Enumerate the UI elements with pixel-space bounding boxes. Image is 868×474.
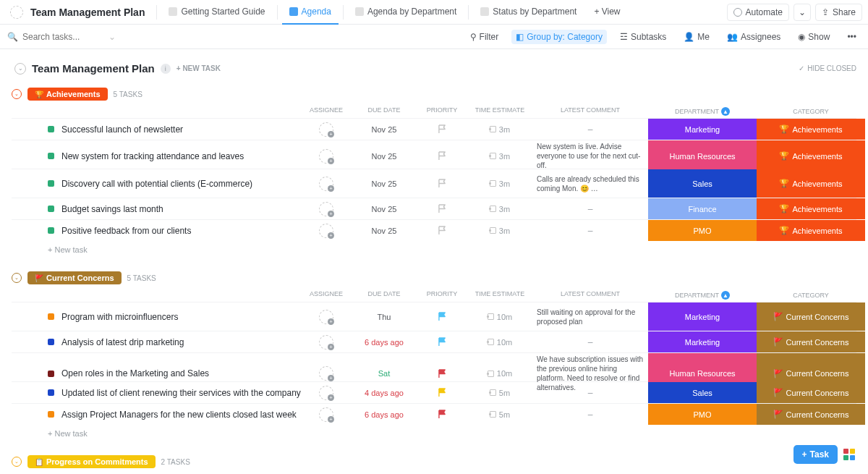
assignee-placeholder[interactable] (319, 202, 333, 216)
time-estimate[interactable]: 3m (467, 227, 532, 235)
col-due[interactable]: DUE DATE (352, 106, 417, 117)
department-tag[interactable]: Human Resources (648, 140, 757, 172)
status-square[interactable] (48, 339, 54, 345)
col-department[interactable]: DEPARTMENT ▲ (648, 290, 757, 300)
info-icon[interactable]: i (161, 64, 171, 74)
category-tag[interactable]: 🏆Achievements (757, 169, 865, 198)
new-task-header-button[interactable]: + NEW TASK (176, 64, 221, 72)
col-priority[interactable]: PRIORITY (417, 290, 467, 300)
task-row[interactable]: Program with microinfluencersThu10mStill… (12, 302, 856, 331)
col-category[interactable]: CATEGORY (757, 106, 865, 117)
department-tag[interactable]: PMO (648, 220, 757, 241)
collapse-all-icon[interactable]: ⌄ (14, 63, 26, 75)
assignees-button[interactable]: 👥Assignees (723, 30, 785, 44)
col-assignee[interactable]: ASSIGNEE (301, 106, 352, 117)
new-task-fab[interactable]: +Task (793, 445, 838, 464)
priority-flag[interactable] (417, 312, 467, 321)
groupby-button[interactable]: ◧Group by: Category (511, 30, 607, 44)
automate-dropdown[interactable]: ⌄ (793, 4, 811, 21)
due-date[interactable]: 6 days ago (352, 338, 417, 347)
department-tag[interactable]: Marketing (648, 119, 757, 140)
col-estimate[interactable]: TIME ESTIMATE (467, 290, 532, 300)
new-task-row[interactable]: + New task (12, 241, 856, 258)
group-toggle-icon[interactable]: ⌄ (12, 457, 22, 467)
due-date[interactable]: 4 days ago (352, 389, 417, 397)
assignee-placeholder[interactable] (319, 407, 333, 422)
department-tag[interactable]: Marketing (648, 331, 757, 352)
task-row[interactable]: Positive feedback from our clientsNov 25… (12, 219, 856, 241)
status-square[interactable] (48, 126, 54, 132)
search-input[interactable] (22, 32, 95, 42)
subtasks-button[interactable]: ☲Subtasks (616, 30, 671, 44)
due-date[interactable]: Nov 25 (352, 227, 417, 235)
due-date[interactable]: Nov 25 (352, 205, 417, 213)
due-date[interactable]: Thu (352, 313, 417, 321)
tab-agenda[interactable]: Agenda (282, 0, 339, 25)
me-button[interactable]: 👤Me (679, 30, 714, 44)
priority-flag[interactable] (417, 179, 467, 188)
col-estimate[interactable]: TIME ESTIMATE (467, 106, 532, 117)
col-comment[interactable]: LATEST COMMENT (532, 290, 648, 300)
department-tag[interactable]: Finance (648, 198, 757, 219)
status-square[interactable] (48, 371, 54, 377)
col-assignee[interactable]: ASSIGNEE (301, 290, 352, 300)
category-tag[interactable]: 🏆Achievements (757, 119, 865, 140)
assignee-placeholder[interactable] (319, 310, 333, 324)
share-button[interactable]: ⇪Share (815, 4, 862, 21)
department-tag[interactable]: Sales (648, 169, 757, 198)
assignee-placeholder[interactable] (319, 366, 333, 381)
due-date[interactable]: Sat (352, 369, 417, 378)
time-estimate[interactable]: 3m (467, 152, 532, 161)
tab-agenda-by-department[interactable]: Agenda by Department (348, 0, 464, 25)
tab-getting-started-guide[interactable]: Getting Started Guide (161, 0, 272, 25)
time-estimate[interactable]: 3m (467, 205, 532, 213)
category-tag[interactable]: 🚩Current Concerns (757, 302, 865, 331)
search-dropdown-icon[interactable]: ⌄ (109, 32, 116, 42)
due-date[interactable]: 6 days ago (352, 410, 417, 419)
automate-button[interactable]: Automate (727, 4, 789, 21)
col-comment[interactable]: LATEST COMMENT (532, 106, 648, 117)
assignee-placeholder[interactable] (319, 177, 333, 191)
category-tag[interactable]: 🏆Achievements (757, 198, 865, 219)
time-estimate[interactable]: 10m (467, 313, 532, 321)
filter-button[interactable]: ⚲Filter (466, 30, 503, 44)
assignee-placeholder[interactable] (319, 224, 333, 238)
time-estimate[interactable]: 5m (467, 410, 532, 419)
status-square[interactable] (48, 227, 54, 234)
task-row[interactable]: Discovery call with potential clients (E… (12, 169, 856, 198)
category-tag[interactable]: 🚩Current Concerns (757, 331, 865, 352)
task-row[interactable]: Updated list of client renewing their se… (12, 381, 856, 403)
apps-icon[interactable] (843, 449, 855, 460)
task-row[interactable]: Analysis of latest drip marketing6 days … (12, 331, 856, 352)
status-square[interactable] (48, 389, 54, 396)
assignee-placeholder[interactable] (319, 149, 333, 164)
show-button[interactable]: ◉Show (793, 30, 834, 44)
due-date[interactable]: Nov 25 (352, 179, 417, 188)
add-column-button[interactable]: ⊕ (865, 106, 868, 117)
col-department[interactable]: DEPARTMENT ▲ (648, 106, 757, 117)
col-category[interactable]: CATEGORY (757, 290, 865, 300)
assignee-placeholder[interactable] (319, 386, 333, 400)
priority-flag[interactable] (417, 124, 467, 134)
group-toggle-icon[interactable]: ⌄ (12, 273, 22, 283)
priority-flag[interactable] (417, 369, 467, 378)
assignee-placeholder[interactable] (319, 335, 333, 350)
assignee-placeholder[interactable] (319, 122, 333, 137)
task-row[interactable]: Successful launch of newsletterNov 253m–… (12, 118, 856, 140)
col-due[interactable]: DUE DATE (352, 290, 417, 300)
group-pill[interactable]: 🚩Current Concerns (27, 271, 122, 284)
department-tag[interactable]: Sales (648, 382, 757, 403)
category-tag[interactable]: 🚩Current Concerns (757, 382, 865, 403)
priority-flag[interactable] (417, 151, 467, 161)
due-date[interactable]: Nov 25 (352, 125, 417, 134)
tab-status-by-department[interactable]: Status by Department (473, 0, 584, 25)
task-row[interactable]: New system for tracking attendance and l… (12, 140, 856, 169)
time-estimate[interactable]: 3m (467, 179, 532, 188)
due-date[interactable]: Nov 25 (352, 152, 417, 161)
priority-flag[interactable] (417, 337, 467, 347)
add-view[interactable]: + View (587, 0, 627, 25)
category-tag[interactable]: 🏆Achievements (757, 140, 865, 172)
priority-flag[interactable] (417, 226, 467, 235)
group-pill[interactable]: 📋Progress on Commitments (27, 455, 156, 468)
priority-flag[interactable] (417, 388, 467, 397)
